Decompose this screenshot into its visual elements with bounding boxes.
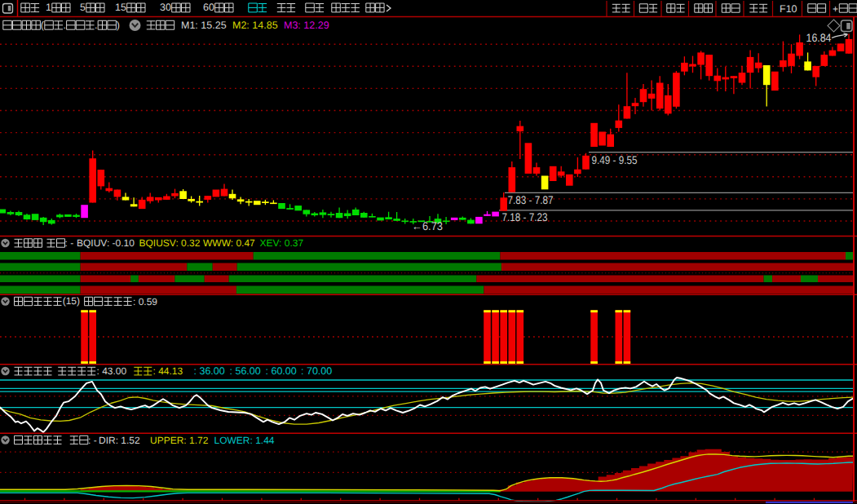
svg-text:M1: 15.25: M1: 15.25	[181, 20, 227, 31]
svg-text:.: .	[63, 20, 65, 31]
svg-text:7.83 - 7.87: 7.83 - 7.87	[508, 194, 554, 206]
svg-text:UPPER: 1.72: UPPER: 1.72	[150, 435, 209, 446]
svg-text:M3: 12.29: M3: 12.29	[284, 20, 329, 31]
svg-text:: 56.00: : 56.00	[230, 365, 261, 377]
svg-text:BQIUV: -0.10: BQIUV: -0.10	[77, 237, 135, 249]
svg-text:.: .	[95, 20, 97, 31]
svg-text:30: 30	[160, 2, 171, 13]
svg-text:LOWER: 1.44: LOWER: 1.44	[214, 435, 275, 446]
svg-text:←6.73: ←6.73	[412, 220, 443, 232]
svg-text:15: 15	[115, 2, 126, 13]
svg-text:M2: 14.85: M2: 14.85	[232, 20, 278, 31]
svg-text:: -: : -	[65, 237, 74, 249]
svg-text:60: 60	[203, 2, 214, 13]
svg-text:: 36.00: : 36.00	[194, 365, 225, 377]
svg-text:1: 1	[46, 2, 51, 13]
svg-text:16.84: 16.84	[806, 32, 832, 44]
svg-text:7.18 - 7.23: 7.18 - 7.23	[502, 211, 548, 223]
svg-text:: 0.59: : 0.59	[133, 296, 157, 307]
svg-text:: 43.00: : 43.00	[97, 365, 127, 377]
svg-text:(15): (15)	[63, 295, 80, 307]
svg-text:F10: F10	[780, 3, 797, 15]
svg-text:+: +	[833, 3, 838, 15]
svg-text:9.49 - 9.55: 9.49 - 9.55	[592, 154, 638, 166]
svg-text:: -: : -	[88, 435, 97, 446]
svg-text:DIR: 1.52: DIR: 1.52	[99, 435, 140, 446]
svg-text:WWW: 0.47: WWW: 0.47	[203, 237, 255, 249]
svg-text:5: 5	[80, 2, 86, 13]
svg-text:: 60.00: : 60.00	[266, 365, 297, 377]
svg-text:XEV: 0.37: XEV: 0.37	[260, 237, 304, 249]
svg-text:: 44.13: : 44.13	[153, 365, 183, 377]
svg-text:): )	[117, 20, 120, 31]
svg-text:BQIUSV: 0.32: BQIUSV: 0.32	[139, 237, 201, 249]
svg-text:: 70.00: : 70.00	[301, 365, 332, 377]
